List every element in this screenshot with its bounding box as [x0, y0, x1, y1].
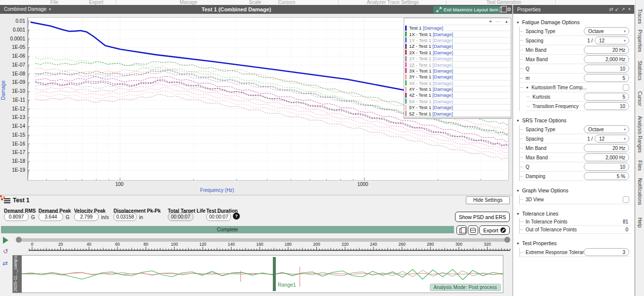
replay-icon[interactable]: ↺ — [3, 248, 8, 255]
input-max-band[interactable]: 2,000 Hz — [584, 153, 629, 161]
property-label: Min Band — [526, 146, 546, 151]
legend-entry[interactable]: 4X - Test 1 [Damage] — [404, 80, 511, 86]
collapse-icon[interactable]: ▼ — [526, 86, 529, 89]
dropdown-spacing[interactable]: 12▾ — [595, 37, 629, 44]
legend-resize-handle[interactable] — [404, 116, 511, 118]
property-row: Spacing TypeOctave▾ — [520, 27, 631, 36]
input-min-band[interactable]: 20 Hz — [584, 46, 629, 54]
trace-color-swatch — [405, 32, 407, 37]
property-row: Transition Frequency10 — [527, 102, 631, 111]
legend-entry[interactable]: 5Z - Test 1 [Damage] — [404, 110, 511, 116]
field-value-displacement-pk-pk[interactable]: 0.03158 — [114, 213, 137, 221]
legend-entry[interactable]: 1X - Test 1 [Damage] — [404, 31, 511, 37]
menu-analyzer-trace-settings[interactable]: Analyzer Trace Settings — [367, 0, 419, 5]
side-tab-help[interactable]: Help — [637, 218, 643, 228]
copy-button[interactable] — [456, 225, 467, 235]
checkbox-3d-view[interactable] — [623, 196, 629, 203]
input-max-band[interactable]: 2,000 Hz — [584, 55, 629, 63]
field-value-velocity-peak[interactable]: 2.799 — [74, 213, 99, 221]
legend-entry[interactable]: 4Y - Test 1 [Damage] — [404, 86, 511, 92]
input-min-band[interactable]: 20 Hz — [584, 144, 629, 152]
legend-collapse-icon[interactable]: ▲ — [505, 18, 508, 25]
dropdown-spacing-type[interactable]: Octave▾ — [584, 125, 629, 133]
gear-icon[interactable]: ⚙ — [505, 6, 513, 13]
menu-file[interactable]: File — [50, 0, 58, 5]
popout-icon[interactable]: ↗ — [620, 5, 626, 14]
input-damping[interactable]: 5 % — [584, 172, 629, 180]
export-button[interactable]: Export — [479, 225, 510, 235]
side-tab-notifications[interactable]: Notifications — [637, 178, 643, 205]
play-button[interactable] — [3, 237, 8, 244]
legend-entry[interactable]: 1Y - Test 1 [Damage] — [404, 37, 511, 43]
side-tab-statistics[interactable]: Statistics — [637, 61, 643, 80]
field-unit: G — [66, 215, 70, 220]
close-icon[interactable]: × — [626, 5, 633, 14]
field-value-demand-rms[interactable]: 0.8097 — [4, 213, 29, 221]
property-label: Spacing — [526, 136, 543, 142]
side-tab-traces[interactable]: Traces — [637, 9, 643, 24]
legend-entry-label: 1Y - Test 1 [Damage] — [409, 37, 453, 43]
side-tab-analysis-ranges[interactable]: Analysis Ranges — [637, 116, 643, 152]
input-m[interactable]: 5 — [584, 74, 629, 82]
legend-add-trace-icon[interactable]: + — [489, 18, 492, 25]
legend-entry[interactable]: 2X - Test 1 [Damage] — [404, 49, 511, 55]
menu-scale[interactable]: Scale — [249, 0, 261, 5]
field-unit: G — [31, 215, 35, 220]
input-q[interactable]: 10 — [584, 65, 629, 73]
menu-test-generation[interactable]: Test Generation — [487, 0, 522, 5]
y-tick-label: 1E-18 — [0, 158, 25, 164]
x-tick-label: 100 — [110, 182, 129, 187]
field-value-total-target-life[interactable]: 00:00:07 — [168, 213, 193, 221]
exit-maximize-button[interactable]: Exit Maximize Layout Item — [433, 6, 501, 13]
legend-more-icon[interactable]: ··· — [495, 18, 501, 25]
legend-entries: Test 1 [Damage]1X - Test 1 [Damage]1Y - … — [404, 25, 511, 116]
timeline-range-slider[interactable] — [18, 238, 509, 242]
dropdown-spacing-type[interactable]: Octave▾ — [584, 27, 629, 35]
field-value-test-duration[interactable]: 00:00:07 — [206, 213, 231, 221]
field-value-demand-peak[interactable]: 3.644 — [38, 213, 63, 221]
legend-entry[interactable]: 2Y - Test 1 [Damage] — [404, 55, 511, 61]
legend-entry[interactable]: 2Z - Test 1 [Damage] — [404, 61, 511, 67]
legend-entry[interactable]: Test 1 [Damage] — [404, 25, 511, 31]
legend-entry[interactable]: 4Z - Test 1 [Damage] — [404, 92, 511, 98]
section-header[interactable]: ▼Test Properties — [516, 239, 631, 248]
side-tab-files[interactable]: Files — [637, 160, 643, 171]
input-q[interactable]: 10 — [584, 163, 629, 171]
section-header[interactable]: ▼Tolerance Lines — [516, 209, 631, 218]
help-icon[interactable]: ? — [233, 213, 240, 220]
menu-manage[interactable]: Manage — [180, 0, 197, 5]
input-extreme-response-toleran-[interactable]: 3 — [584, 248, 629, 256]
legend-entry[interactable]: 1Z - Test 1 [Damage] — [404, 43, 511, 49]
section-header[interactable]: ▼Fatigue Damage Options — [516, 18, 631, 27]
svg-text:40: 40 — [87, 242, 92, 247]
range-marker-label[interactable]: Range1 — [278, 282, 296, 288]
checkbox-kurtosion-time-comp-[interactable] — [623, 84, 629, 91]
hide-settings-button[interactable]: Hide Settings — [466, 196, 510, 204]
test-list-icon[interactable] — [4, 198, 10, 203]
legend-entry[interactable]: 5X - Test 1 [Damage] — [404, 98, 511, 104]
legend-entry[interactable]: 3X - Test 1 [Damage] — [404, 68, 511, 74]
input-transition-frequency[interactable]: 10 — [584, 102, 629, 110]
copy-layout-icon[interactable] — [497, 6, 505, 13]
y-tick-label: 1E-16 — [0, 141, 25, 147]
legend-entry[interactable]: 5Y - Test 1 [Damage] — [404, 104, 511, 110]
side-tab-cursor[interactable]: Cursor — [637, 91, 643, 106]
property-label: Transition Frequency — [532, 104, 579, 109]
recording-file-label[interactable]: 2025-11..._campus — [13, 256, 22, 293]
section-header[interactable]: ▼SRS Trace Options — [516, 116, 631, 125]
property-row: Spacing1 /12▾ — [520, 36, 631, 45]
dropdown-spacing[interactable]: 12▾ — [595, 135, 629, 143]
range-marker[interactable] — [273, 257, 276, 291]
input-kurtosis[interactable]: 5 — [584, 93, 629, 101]
loop-icon[interactable]: ⇄ — [2, 260, 8, 266]
show-psd-ers-button[interactable]: Show PSD and ERS — [455, 212, 510, 222]
split-view-button[interactable] — [468, 225, 478, 235]
property-label: Damping — [526, 174, 545, 179]
side-tab-properties[interactable]: Properties — [637, 30, 643, 52]
legend-toolbar: + ··· ▲ — [404, 18, 511, 25]
section-header[interactable]: ▼Graph View Options — [516, 186, 631, 195]
legend-entry[interactable]: 3Y - Test 1 [Damage] — [404, 74, 511, 79]
menu-export[interactable]: Export — [89, 0, 104, 5]
readonly-value: 0 — [625, 227, 628, 232]
menu-cursors[interactable]: Cursors — [278, 0, 295, 5]
